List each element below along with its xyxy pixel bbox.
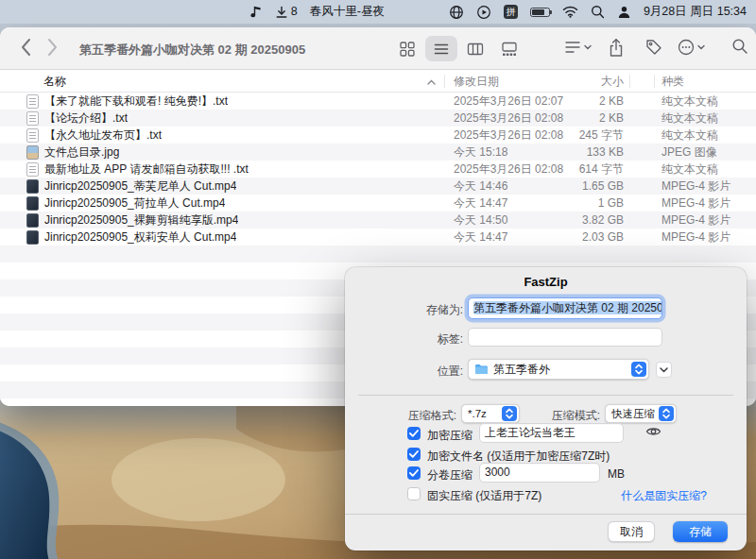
table-row[interactable]: 【永久地址发布页】.txt 2025年3月26日 02:08 245 字节 纯文… — [0, 127, 756, 144]
column-header-name[interactable]: 名称 — [43, 75, 66, 88]
video-file-icon — [26, 196, 39, 211]
file-name: Jinricp20250905_蒂芙尼单人 Cut.mp4 — [44, 178, 236, 195]
back-button[interactable] — [21, 38, 31, 57]
encrypt-label: 加密压缩 — [427, 428, 472, 444]
file-kind: MPEG-4 影片 — [662, 212, 748, 229]
share-icon[interactable] — [608, 38, 625, 58]
file-name: Jinricp20250905_荷拉单人 Cut.mp4 — [44, 195, 225, 212]
popup-stepper-icon — [659, 406, 674, 421]
popup-stepper-icon — [502, 406, 517, 421]
file-kind: MPEG-4 影片 — [662, 229, 748, 246]
list-column-headers: 名称 修改日期 大小 种类 — [0, 70, 756, 93]
table-row[interactable]: Jinricp20250905_蒂芙尼单人 Cut.mp4 今天 14:46 1… — [0, 178, 756, 195]
column-view-button[interactable] — [459, 36, 491, 61]
file-kind: 纯文本文稿 — [662, 110, 748, 127]
table-row[interactable]: 文件总目录.jpg 今天 15:18 133 KB JPEG 图像 — [0, 144, 756, 161]
file-kind: 纯文本文稿 — [662, 161, 748, 178]
table-row[interactable]: 【来了就能下载和观看! 纯免费!】.txt 2025年3月26日 02:07 2… — [0, 93, 756, 110]
globe-icon[interactable] — [449, 5, 464, 20]
save-button[interactable]: 存储 — [673, 521, 728, 542]
video-file-icon — [26, 179, 39, 194]
password-value: 上老王论坛当老王 — [485, 426, 576, 439]
column-separator[interactable] — [444, 75, 445, 88]
table-row[interactable]: Jinricp20250905_荷拉单人 Cut.mp4 今天 14:47 1 … — [0, 195, 756, 212]
encrypt-filenames-checkbox[interactable] — [407, 448, 421, 461]
file-name: Jinricp20250905_裸舞剪辑纯享版.mp4 — [44, 212, 238, 229]
column-separator[interactable] — [654, 75, 655, 88]
menu-bar: 8 春风十里-昼夜 拼 9月28日 周日 15:34 — [0, 0, 756, 24]
mode-popup[interactable]: 快速压缩 — [605, 404, 677, 423]
file-size: 133 KB — [541, 144, 624, 161]
file-name: Jinricp20250905_权莉安单人 Cut.mp4 — [44, 229, 236, 246]
column-header-kind[interactable]: 种类 — [662, 75, 684, 88]
video-file-icon — [26, 230, 39, 245]
mode-label: 压缩模式: — [523, 408, 600, 424]
file-size: 2 KB — [541, 110, 624, 127]
password-field[interactable]: 上老王论坛当老王 — [479, 423, 624, 443]
user-icon[interactable] — [617, 5, 631, 19]
tags-field[interactable] — [468, 328, 662, 347]
table-row[interactable]: 最新地址及 APP 请发邮箱自动获取!!! .txt 2025年3月26日 02… — [0, 161, 756, 178]
list-view-button[interactable] — [425, 36, 457, 61]
mode-value: 快速压缩 — [611, 407, 655, 421]
show-password-eye-icon[interactable] — [645, 426, 662, 440]
text-file-icon — [26, 94, 39, 109]
file-size: 2.03 GB — [541, 229, 624, 246]
format-label: 压缩格式: — [362, 408, 456, 424]
save-as-label: 存储为: — [383, 302, 463, 318]
solid-compression-checkbox[interactable] — [407, 487, 421, 500]
file-size: 3.82 GB — [541, 212, 624, 229]
search-icon[interactable] — [591, 5, 605, 19]
file-name: 【来了就能下载和观看! 纯免费!】.txt — [44, 93, 228, 110]
text-file-icon — [26, 162, 39, 177]
now-playing-text[interactable]: 春风十里-昼夜 — [310, 0, 385, 24]
finder-toolbar: 第五季番外篇小咖对决第 02 期 20250905 — [0, 27, 756, 70]
encrypt-checkbox[interactable] — [407, 427, 421, 440]
file-name: 【永久地址发布页】.txt — [44, 127, 162, 144]
column-header-date[interactable]: 修改日期 — [454, 75, 499, 88]
input-method-icon[interactable]: 拼 — [504, 5, 518, 19]
table-row[interactable]: 【论坛介绍】.txt 2025年3月26日 02:08 2 KB 纯文本文稿 — [0, 110, 756, 127]
toolbar-search-icon[interactable] — [731, 38, 748, 55]
file-size: 245 字节 — [541, 127, 624, 144]
play-icon[interactable] — [476, 5, 491, 20]
menu-clock[interactable]: 9月28日 周日 15:34 — [644, 0, 747, 24]
downloads-icon[interactable]: 8 — [275, 0, 298, 24]
expand-dialog-button[interactable] — [656, 362, 672, 378]
column-header-size[interactable]: 大小 — [543, 75, 624, 88]
more-options-button[interactable] — [677, 38, 705, 57]
download-count-badge: 8 — [291, 0, 298, 24]
file-kind: 纯文本文稿 — [662, 127, 748, 144]
icon-view-button[interactable] — [391, 36, 423, 61]
music-note-icon[interactable] — [250, 5, 263, 19]
forward-button[interactable] — [47, 38, 58, 57]
gallery-view-button[interactable] — [493, 36, 525, 61]
split-unit-label: MB — [608, 467, 625, 481]
file-kind: JPEG 图像 — [662, 144, 748, 161]
file-kind: MPEG-4 影片 — [662, 178, 748, 195]
location-value: 第五季番外 — [493, 362, 623, 378]
video-file-icon — [26, 213, 39, 228]
split-size-field[interactable]: 3000 — [479, 463, 600, 483]
cancel-button[interactable]: 取消 — [608, 521, 655, 542]
divider — [358, 395, 733, 396]
group-by-button[interactable] — [563, 38, 592, 57]
tag-icon[interactable] — [644, 38, 663, 57]
split-volume-label: 分卷压缩 — [427, 467, 472, 483]
selected-filename-text: 第五季番外篇小咖对决第 02 期 20250 — [473, 301, 662, 314]
screen: 8 春风十里-昼夜 拼 9月28日 周日 15:34 — [0, 0, 756, 559]
solid-compression-help-link[interactable]: 什么是固实压缩? — [621, 488, 707, 504]
location-popup[interactable]: 第五季番外 — [468, 359, 649, 380]
wifi-icon[interactable] — [562, 6, 578, 18]
battery-icon[interactable] — [530, 8, 550, 17]
file-kind: MPEG-4 影片 — [662, 195, 748, 212]
column-separator[interactable] — [629, 75, 630, 88]
format-popup[interactable]: *.7z — [461, 404, 520, 423]
sort-ascending-icon — [427, 75, 436, 88]
solid-compression-label: 固实压缩 (仅适用于7Z) — [427, 488, 541, 504]
table-row[interactable]: Jinricp20250905_裸舞剪辑纯享版.mp4 今天 14:50 3.8… — [0, 212, 756, 229]
save-as-field[interactable]: 第五季番外篇小咖对决第 02 期 20250 — [468, 297, 662, 319]
split-volume-checkbox[interactable] — [407, 466, 421, 480]
file-name: 文件总目录.jpg — [44, 144, 119, 161]
table-row[interactable]: Jinricp20250905_权莉安单人 Cut.mp4 今天 14:47 2… — [0, 229, 756, 246]
